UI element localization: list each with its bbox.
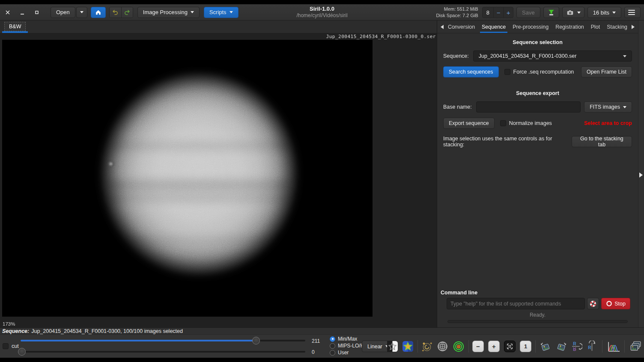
display-mode-radios: Min/Max MIPS-LO/HI User [330,336,366,356]
normalize-images-checkbox[interactable] [500,120,506,126]
bit-depth-dropdown[interactable]: 16 bits [587,7,621,18]
histogram-button[interactable] [605,341,622,352]
quick-photometry-button[interactable] [452,341,465,352]
close-icon[interactable] [4,9,11,16]
radio-user[interactable]: User [330,350,366,356]
scripts-button[interactable]: Scripts [204,7,239,18]
tab-plot[interactable]: Plot [588,21,603,33]
radio-mips-lo-hi[interactable]: MIPS-LO/HI [330,343,366,349]
cut-checkbox[interactable] [3,343,9,349]
control-panel: Conversion Sequence Pre-processing Regis… [437,21,638,327]
panel-expand-icon[interactable] [639,172,643,178]
export-format-dropdown[interactable]: FITS images [584,101,632,113]
base-name-input[interactable] [476,101,581,113]
zoom-in-button[interactable]: + [488,341,500,352]
menu-button[interactable] [624,7,641,18]
export-sequence-button[interactable]: Export sequence [443,118,495,129]
image-processing-button[interactable]: Image Processing [137,7,200,18]
false-color-icon [402,341,414,352]
force-seq-recomputation-checkbox[interactable] [504,69,510,75]
go-to-stacking-tab-button[interactable]: Go to the stacking tab [572,136,632,147]
slider-thumb[interactable] [18,348,26,356]
divider [602,340,602,353]
header-right: Mem: 551.2 MiB Disk Space: 7.2 GiB 8 − +… [436,4,641,21]
save-as-button[interactable] [543,7,559,18]
tab-stacking[interactable]: Stacking [604,21,630,33]
command-line-row: Stop [437,298,638,309]
minimize-icon[interactable] [19,9,26,16]
undo-redo-group [109,7,133,18]
frame-list-button[interactable] [627,341,643,352]
stop-ring-icon [606,300,612,307]
scripts-label: Scripts [209,9,227,15]
select-area-to-crop-hint: Select area to crop [584,120,632,126]
tab-sequence[interactable]: Sequence [479,21,508,33]
sequence-combobox[interactable]: Jup_200415_204534_R_F0001-0300.ser [473,50,632,62]
rotate-ccw-button[interactable] [539,341,552,352]
rotate-ccw-icon [540,341,552,353]
window-controls [4,9,40,16]
image-canvas[interactable] [2,40,373,317]
celestial-grid-button[interactable] [437,341,448,352]
tabs-scroll-right-icon[interactable] [632,25,635,29]
tab-pre-processing[interactable]: Pre-processing [510,21,551,33]
base-name-label: Base name: [443,104,472,110]
memory-usage: Mem: 551.2 MiB [436,6,478,12]
fit-to-window-button[interactable] [504,341,516,352]
disk-space: Disk Space: 7.2 GiB [436,12,478,19]
image-viewport[interactable]: Jup_200415_204534_R_F0001-0300_0.ser 173… [0,33,437,327]
undo-icon [112,9,119,16]
snapshot-button[interactable] [562,7,584,18]
redo-button[interactable] [121,7,133,18]
negative-view-button[interactable] [387,341,398,352]
negative-icon [387,341,398,352]
flip-horizontal-button[interactable]: R R [586,341,598,352]
home-button[interactable] [91,7,106,18]
svg-text:R: R [588,345,591,350]
radio-icon [330,350,335,356]
restore-icon[interactable] [33,9,40,16]
chevron-down-icon [577,12,581,14]
radio-minmax[interactable]: Min/Max [330,336,366,342]
tab-registration[interactable]: Registration [553,21,587,33]
svg-text:R: R [573,341,576,346]
open-button[interactable]: Open [51,7,75,18]
astrometry-annotations-button[interactable] [420,341,433,352]
false-color-button[interactable] [402,341,414,352]
save-button[interactable]: Save [516,7,540,18]
progress-bar [447,320,628,323]
one-to-one-icon: 1 [524,343,527,350]
flip-vertical-button[interactable]: R R [571,341,582,352]
threads-increment-button[interactable]: + [503,7,513,18]
rotate-cw-icon [555,341,567,353]
command-input[interactable] [447,298,585,309]
main-area: B&W Jup_200415_204534_R_F0001-0300_0.ser [0,21,644,327]
divider [417,340,418,353]
flip-horizontal-icon: R R [586,341,598,352]
open-dropdown-button[interactable] [76,7,87,18]
resource-info: Mem: 551.2 MiB Disk Space: 7.2 GiB [436,6,478,19]
low-threshold-slider[interactable] [21,348,305,356]
low-threshold-value: 0 [312,349,315,355]
rotate-cw-button[interactable] [555,341,568,352]
zoom-one-to-one-button[interactable]: 1 [520,341,531,352]
slider-thumb[interactable] [252,337,260,344]
sequence-selection-heading: Sequence selection [443,39,632,45]
siril-window: Open Image Processing [0,4,644,358]
tabs-scroll-left-icon[interactable] [441,25,444,29]
search-sequences-button[interactable]: Search sequences [443,66,499,77]
header-bar: Open Image Processing [0,4,644,21]
high-threshold-slider[interactable] [21,337,305,344]
panel-collapse-strip[interactable] [638,21,644,327]
open-frame-list-button[interactable]: Open Frame List [581,66,632,77]
undo-button[interactable] [110,7,121,18]
stop-button[interactable]: Stop [601,298,630,309]
tab-conversion[interactable]: Conversion [445,21,477,33]
display-control-bar: cut 211 0 Min/Max MIPS-LO/HI User [0,334,644,358]
threads-decrement-button[interactable]: − [493,7,503,18]
zoom-out-button[interactable]: − [472,341,484,352]
command-help-button[interactable] [587,298,599,309]
save-as-icon [547,9,555,16]
minus-icon: − [476,343,480,350]
tab-bw-channel[interactable]: B&W [4,22,26,31]
